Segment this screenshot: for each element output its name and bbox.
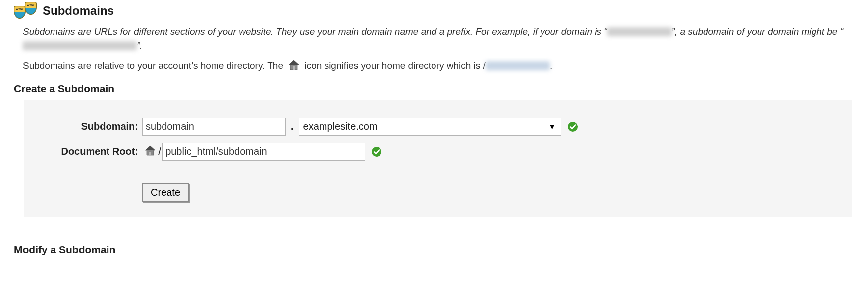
- create-button[interactable]: Create: [142, 183, 189, 202]
- create-section-title: Create a Subdomain: [14, 83, 854, 95]
- svg-rect-6: [149, 152, 151, 155]
- path-slash: /: [158, 145, 162, 158]
- redacted-homepath: [486, 61, 550, 70]
- redacted-domain: [607, 27, 672, 36]
- dot-separator: .: [286, 121, 299, 132]
- svg-marker-5: [145, 146, 155, 150]
- check-icon: [371, 146, 382, 157]
- subdomain-label: Subdomain:: [39, 121, 142, 132]
- subdomains-icon: www www: [14, 4, 38, 18]
- home-icon: [144, 145, 156, 158]
- domain-select[interactable]: examplesite.com ▼: [299, 118, 561, 136]
- intro-homedir: Subdomains are relative to your account’…: [23, 59, 854, 75]
- check-icon: [567, 121, 578, 132]
- subdomain-input[interactable]: [142, 118, 286, 136]
- svg-point-3: [568, 122, 578, 132]
- home-icon: [288, 60, 300, 75]
- modify-section-title: Modify a Subdomain: [14, 244, 854, 256]
- svg-marker-1: [289, 60, 299, 65]
- docroot-label: Document Root:: [39, 146, 142, 157]
- domain-select-value: examplesite.com: [303, 121, 378, 132]
- create-subdomain-panel: Subdomain: . examplesite.com ▼ Document …: [24, 100, 852, 217]
- svg-point-7: [372, 147, 381, 157]
- chevron-down-icon: ▼: [549, 123, 556, 131]
- svg-rect-2: [293, 66, 295, 70]
- redacted-subdomain: [23, 41, 137, 50]
- intro-description: Subdomains are URLs for different sectio…: [23, 25, 854, 52]
- page-title: Subdomains: [43, 4, 114, 18]
- document-root-input[interactable]: [162, 143, 365, 161]
